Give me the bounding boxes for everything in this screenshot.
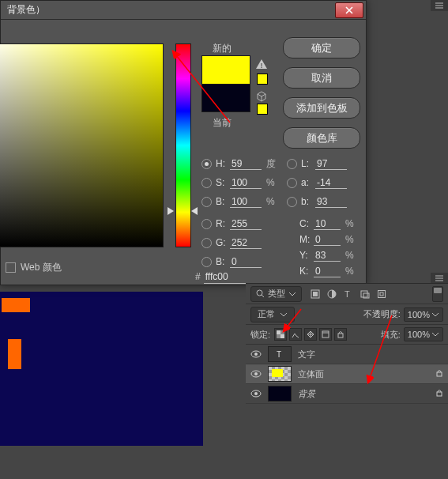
- input-a[interactable]: [315, 176, 347, 189]
- field-k[interactable]: K: %: [299, 263, 356, 279]
- hue-slider-thumb-right[interactable]: [191, 207, 198, 215]
- panel-menu-icon[interactable]: [431, 0, 448, 11]
- new-color-swatch[interactable]: [202, 56, 250, 84]
- svg-point-28: [254, 353, 258, 356]
- close-button[interactable]: [335, 2, 363, 18]
- svg-rect-35: [437, 392, 442, 396]
- field-b-hsb[interactable]: B: %: [201, 194, 277, 209]
- field-s[interactable]: S: %: [201, 175, 277, 190]
- radio-l[interactable]: [287, 159, 297, 169]
- field-c[interactable]: C: %: [299, 216, 356, 232]
- gamut-warning-icon[interactable]: !: [255, 58, 268, 70]
- filter-type-icon[interactable]: T: [343, 289, 354, 300]
- fill-input[interactable]: 100%: [404, 327, 443, 341]
- radio-b-rgb[interactable]: [201, 257, 212, 267]
- field-hex[interactable]: #: [195, 270, 253, 284]
- input-y[interactable]: [314, 249, 341, 262]
- visibility-eye-icon[interactable]: [250, 368, 262, 379]
- unit-deg: 度: [266, 157, 277, 171]
- add-to-swatches-button[interactable]: 添加到色板: [283, 97, 360, 119]
- radio-lab-b[interactable]: [287, 197, 297, 207]
- input-lab-b[interactable]: [315, 195, 347, 208]
- label-lab-b: b:: [301, 196, 315, 207]
- input-hex[interactable]: [204, 270, 253, 284]
- opacity-input[interactable]: 100%: [404, 307, 443, 322]
- filter-pixel-icon[interactable]: [310, 289, 321, 300]
- radio-b-hsb[interactable]: [201, 197, 212, 207]
- svg-rect-20: [380, 292, 383, 296]
- field-r[interactable]: R:: [201, 216, 262, 232]
- layer-filter-type-dropdown[interactable]: 类型: [250, 286, 302, 302]
- layer-name[interactable]: 背景: [298, 388, 315, 400]
- layer-thumbnail: [268, 366, 292, 382]
- field-lab-b[interactable]: b:: [287, 194, 347, 209]
- lock-icon[interactable]: [435, 369, 443, 379]
- field-y[interactable]: Y: %: [299, 247, 356, 263]
- hue-slider[interactable]: [175, 43, 191, 247]
- lock-position-icon[interactable]: [304, 328, 317, 341]
- layer-name[interactable]: 立体面: [298, 368, 324, 380]
- filter-smart-icon[interactable]: [376, 289, 387, 300]
- svg-rect-14: [313, 292, 318, 296]
- field-g[interactable]: G:: [201, 235, 262, 251]
- label-m: M:: [299, 234, 314, 245]
- color-libraries-button[interactable]: 颜色库: [283, 127, 360, 149]
- layer-row[interactable]: T 文字: [246, 345, 448, 364]
- svg-text:T: T: [344, 289, 350, 299]
- layer-row[interactable]: 背景: [246, 384, 448, 404]
- svg-rect-24: [322, 331, 329, 338]
- field-b-rgb[interactable]: B:: [201, 254, 262, 270]
- field-h[interactable]: H: 度: [201, 156, 277, 172]
- layer-name[interactable]: 文字: [298, 349, 315, 360]
- filter-shape-icon[interactable]: [360, 289, 371, 300]
- input-k[interactable]: [314, 265, 341, 277]
- lock-all-icon[interactable]: [334, 328, 347, 341]
- label-b-hsb: B:: [216, 196, 230, 207]
- only-web-colors-checkbox[interactable]: Web 颜色: [6, 261, 62, 274]
- current-color-swatch[interactable]: [202, 84, 250, 111]
- input-c[interactable]: [314, 217, 341, 230]
- field-l[interactable]: L:: [287, 156, 347, 172]
- field-a[interactable]: a:: [287, 175, 347, 190]
- dialog-title: 背景色）: [7, 3, 45, 17]
- blend-mode-dropdown[interactable]: 正常: [250, 307, 295, 322]
- dialog-titlebar[interactable]: 背景色）: [1, 1, 366, 20]
- input-s[interactable]: [230, 176, 262, 189]
- input-m[interactable]: [314, 233, 341, 246]
- radio-g[interactable]: [201, 238, 212, 248]
- saturation-value-field[interactable]: [0, 43, 164, 247]
- input-h[interactable]: [230, 157, 262, 170]
- input-r[interactable]: [230, 217, 262, 230]
- lock-image-icon[interactable]: [289, 328, 302, 341]
- input-b-hsb[interactable]: [230, 195, 262, 208]
- opacity-label: 不透明度:: [363, 308, 401, 320]
- layer-thumbnail: T: [268, 346, 292, 362]
- visibility-eye-icon[interactable]: [250, 349, 262, 360]
- hue-slider-thumb-left[interactable]: [168, 207, 174, 215]
- document-canvas[interactable]: [0, 292, 203, 446]
- radio-h[interactable]: [201, 159, 212, 169]
- lock-transparent-icon[interactable]: [274, 328, 287, 341]
- label-g: G:: [216, 237, 230, 248]
- web-safe-swatch[interactable]: [257, 104, 268, 115]
- visibility-eye-icon[interactable]: [250, 388, 262, 399]
- field-m[interactable]: M: %: [299, 232, 356, 247]
- input-l[interactable]: [315, 157, 347, 170]
- input-b-rgb[interactable]: [230, 255, 262, 268]
- checkbox-icon[interactable]: [6, 262, 16, 273]
- radio-s[interactable]: [201, 178, 212, 188]
- panel-menu-icon[interactable]: [431, 273, 448, 284]
- filter-adjustment-icon[interactable]: [326, 289, 337, 300]
- blend-opacity-row: 正常 不透明度: 100%: [246, 304, 448, 325]
- ok-button[interactable]: 确定: [283, 37, 360, 58]
- input-g[interactable]: [230, 236, 262, 249]
- gamut-warning-swatch[interactable]: [257, 74, 268, 85]
- filter-toggle-switch[interactable]: [432, 286, 443, 302]
- radio-r[interactable]: [201, 219, 212, 229]
- radio-a[interactable]: [287, 178, 297, 188]
- lock-artboard-icon[interactable]: [319, 328, 332, 341]
- layer-row[interactable]: 立体面: [246, 364, 448, 384]
- cancel-button[interactable]: 取消: [283, 67, 360, 89]
- label-y: Y:: [299, 250, 314, 261]
- lock-icon[interactable]: [435, 389, 443, 398]
